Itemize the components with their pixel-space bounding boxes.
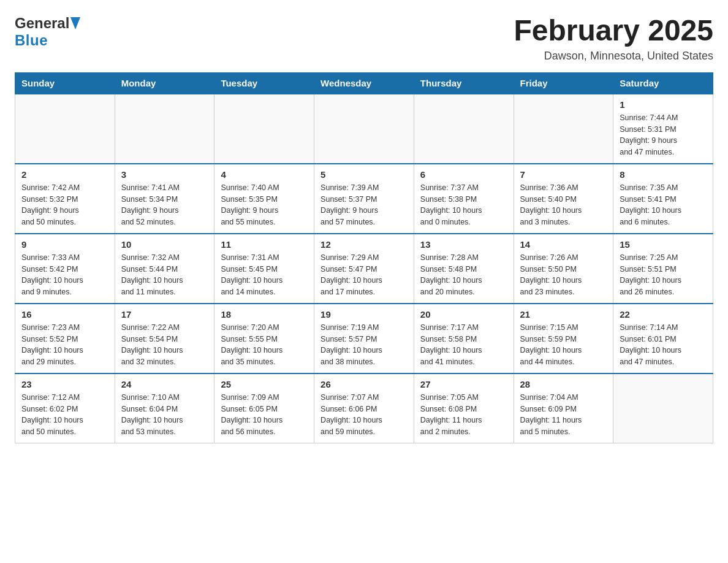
calendar-day-header: Friday — [514, 72, 613, 94]
month-title: February 2025 — [514, 15, 713, 47]
calendar-day-header: Tuesday — [214, 72, 314, 94]
calendar-header-row: SundayMondayTuesdayWednesdayThursdayFrid… — [15, 72, 713, 94]
calendar-cell: 4Sunrise: 7:40 AM Sunset: 5:35 PM Daylig… — [214, 164, 314, 234]
day-number: 5 — [320, 169, 408, 180]
day-info: Sunrise: 7:35 AM Sunset: 5:41 PM Dayligh… — [620, 182, 707, 228]
logo-triangle-icon — [70, 17, 80, 29]
day-number: 17 — [121, 309, 208, 320]
day-info: Sunrise: 7:33 AM Sunset: 5:42 PM Dayligh… — [21, 252, 108, 298]
day-number: 9 — [21, 239, 108, 250]
day-info: Sunrise: 7:09 AM Sunset: 6:05 PM Dayligh… — [221, 392, 308, 438]
day-number: 6 — [420, 169, 507, 180]
day-info: Sunrise: 7:29 AM Sunset: 5:47 PM Dayligh… — [320, 252, 408, 298]
day-info: Sunrise: 7:39 AM Sunset: 5:37 PM Dayligh… — [320, 182, 408, 228]
day-info: Sunrise: 7:44 AM Sunset: 5:31 PM Dayligh… — [620, 112, 707, 158]
day-number: 1 — [620, 99, 707, 110]
calendar-cell: 16Sunrise: 7:23 AM Sunset: 5:52 PM Dayli… — [15, 304, 115, 373]
calendar-cell — [115, 94, 214, 164]
calendar-cell: 6Sunrise: 7:37 AM Sunset: 5:38 PM Daylig… — [414, 164, 514, 234]
calendar-cell: 28Sunrise: 7:04 AM Sunset: 6:09 PM Dayli… — [514, 373, 613, 443]
calendar-week-row: 23Sunrise: 7:12 AM Sunset: 6:02 PM Dayli… — [15, 373, 713, 443]
day-number: 13 — [420, 239, 507, 250]
day-info: Sunrise: 7:23 AM Sunset: 5:52 PM Dayligh… — [21, 322, 108, 368]
day-number: 3 — [121, 169, 208, 180]
day-info: Sunrise: 7:41 AM Sunset: 5:34 PM Dayligh… — [121, 182, 208, 228]
day-info: Sunrise: 7:10 AM Sunset: 6:04 PM Dayligh… — [121, 392, 208, 438]
day-info: Sunrise: 7:37 AM Sunset: 5:38 PM Dayligh… — [420, 182, 507, 228]
calendar-cell: 17Sunrise: 7:22 AM Sunset: 5:54 PM Dayli… — [115, 304, 214, 373]
calendar-cell — [514, 94, 613, 164]
calendar-cell: 14Sunrise: 7:26 AM Sunset: 5:50 PM Dayli… — [514, 234, 613, 304]
calendar-table: SundayMondayTuesdayWednesdayThursdayFrid… — [15, 72, 713, 443]
day-number: 28 — [520, 379, 607, 389]
day-number: 12 — [320, 239, 408, 250]
logo: General Blue — [15, 15, 80, 49]
day-info: Sunrise: 7:42 AM Sunset: 5:32 PM Dayligh… — [21, 182, 108, 228]
day-info: Sunrise: 7:40 AM Sunset: 5:35 PM Dayligh… — [221, 182, 308, 228]
title-section: February 2025 Dawson, Minnesota, United … — [514, 15, 713, 63]
calendar-week-row: 1Sunrise: 7:44 AM Sunset: 5:31 PM Daylig… — [15, 94, 713, 164]
logo-general-text: General — [15, 15, 69, 32]
calendar-cell: 21Sunrise: 7:15 AM Sunset: 5:59 PM Dayli… — [514, 304, 613, 373]
day-info: Sunrise: 7:25 AM Sunset: 5:51 PM Dayligh… — [620, 252, 707, 298]
calendar-cell — [314, 94, 414, 164]
calendar-cell — [613, 373, 713, 443]
calendar-cell: 9Sunrise: 7:33 AM Sunset: 5:42 PM Daylig… — [15, 234, 115, 304]
day-info: Sunrise: 7:05 AM Sunset: 6:08 PM Dayligh… — [420, 392, 507, 438]
day-number: 20 — [420, 309, 507, 320]
calendar-week-row: 2Sunrise: 7:42 AM Sunset: 5:32 PM Daylig… — [15, 164, 713, 234]
calendar-week-row: 16Sunrise: 7:23 AM Sunset: 5:52 PM Dayli… — [15, 304, 713, 373]
day-number: 15 — [620, 239, 707, 250]
day-info: Sunrise: 7:28 AM Sunset: 5:48 PM Dayligh… — [420, 252, 507, 298]
calendar-cell: 26Sunrise: 7:07 AM Sunset: 6:06 PM Dayli… — [314, 373, 414, 443]
location-subtitle: Dawson, Minnesota, United States — [514, 50, 713, 63]
calendar-cell: 8Sunrise: 7:35 AM Sunset: 5:41 PM Daylig… — [613, 164, 713, 234]
day-number: 22 — [620, 309, 707, 320]
day-info: Sunrise: 7:07 AM Sunset: 6:06 PM Dayligh… — [320, 392, 408, 438]
calendar-cell: 18Sunrise: 7:20 AM Sunset: 5:55 PM Dayli… — [214, 304, 314, 373]
day-info: Sunrise: 7:19 AM Sunset: 5:57 PM Dayligh… — [320, 322, 408, 368]
calendar-cell: 20Sunrise: 7:17 AM Sunset: 5:58 PM Dayli… — [414, 304, 514, 373]
calendar-cell: 3Sunrise: 7:41 AM Sunset: 5:34 PM Daylig… — [115, 164, 214, 234]
day-number: 7 — [520, 169, 607, 180]
day-number: 21 — [520, 309, 607, 320]
day-number: 19 — [320, 309, 408, 320]
calendar-cell: 24Sunrise: 7:10 AM Sunset: 6:04 PM Dayli… — [115, 373, 214, 443]
day-number: 16 — [21, 309, 108, 320]
calendar-cell: 27Sunrise: 7:05 AM Sunset: 6:08 PM Dayli… — [414, 373, 514, 443]
calendar-cell: 1Sunrise: 7:44 AM Sunset: 5:31 PM Daylig… — [613, 94, 713, 164]
calendar-cell — [214, 94, 314, 164]
calendar-cell: 13Sunrise: 7:28 AM Sunset: 5:48 PM Dayli… — [414, 234, 514, 304]
calendar-day-header: Saturday — [613, 72, 713, 94]
calendar-cell — [15, 94, 115, 164]
day-info: Sunrise: 7:12 AM Sunset: 6:02 PM Dayligh… — [21, 392, 108, 438]
svg-marker-0 — [70, 17, 80, 29]
calendar-cell: 5Sunrise: 7:39 AM Sunset: 5:37 PM Daylig… — [314, 164, 414, 234]
logo-blue-text: Blue — [15, 32, 48, 48]
calendar-cell: 15Sunrise: 7:25 AM Sunset: 5:51 PM Dayli… — [613, 234, 713, 304]
day-number: 25 — [221, 379, 308, 389]
day-number: 11 — [221, 239, 308, 250]
day-number: 4 — [221, 169, 308, 180]
calendar-cell: 7Sunrise: 7:36 AM Sunset: 5:40 PM Daylig… — [514, 164, 613, 234]
calendar-cell: 10Sunrise: 7:32 AM Sunset: 5:44 PM Dayli… — [115, 234, 214, 304]
day-number: 2 — [21, 169, 108, 180]
calendar-cell: 12Sunrise: 7:29 AM Sunset: 5:47 PM Dayli… — [314, 234, 414, 304]
day-number: 27 — [420, 379, 507, 389]
day-info: Sunrise: 7:20 AM Sunset: 5:55 PM Dayligh… — [221, 322, 308, 368]
day-info: Sunrise: 7:32 AM Sunset: 5:44 PM Dayligh… — [121, 252, 208, 298]
day-number: 26 — [320, 379, 408, 389]
day-number: 18 — [221, 309, 308, 320]
day-number: 23 — [21, 379, 108, 389]
day-number: 10 — [121, 239, 208, 250]
day-number: 24 — [121, 379, 208, 389]
calendar-day-header: Wednesday — [314, 72, 414, 94]
calendar-day-header: Monday — [115, 72, 214, 94]
calendar-day-header: Sunday — [15, 72, 115, 94]
day-info: Sunrise: 7:36 AM Sunset: 5:40 PM Dayligh… — [520, 182, 607, 228]
calendar-week-row: 9Sunrise: 7:33 AM Sunset: 5:42 PM Daylig… — [15, 234, 713, 304]
calendar-cell: 23Sunrise: 7:12 AM Sunset: 6:02 PM Dayli… — [15, 373, 115, 443]
calendar-cell: 19Sunrise: 7:19 AM Sunset: 5:57 PM Dayli… — [314, 304, 414, 373]
calendar-cell: 11Sunrise: 7:31 AM Sunset: 5:45 PM Dayli… — [214, 234, 314, 304]
calendar-day-header: Thursday — [414, 72, 514, 94]
